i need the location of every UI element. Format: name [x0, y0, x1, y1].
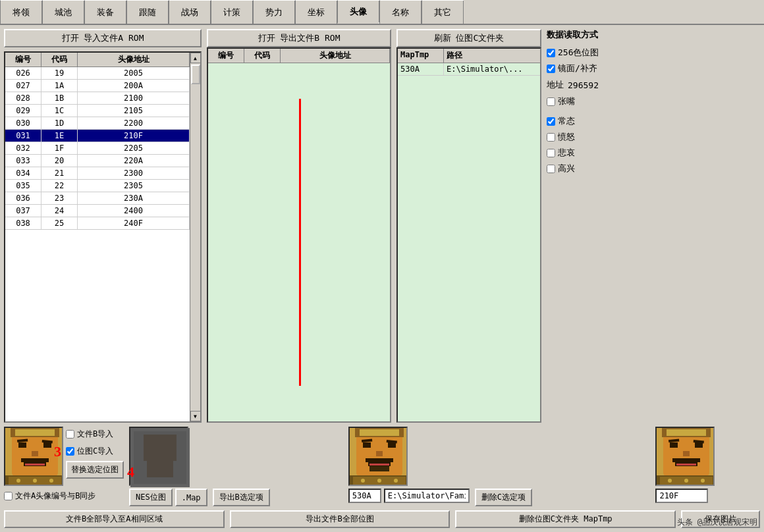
svg-point-15: [33, 479, 37, 483]
sprite-c-inputs: [655, 489, 715, 503]
map-cell-path: E:\Simulator\...: [444, 63, 540, 75]
table-a-header: 编号 代码 头像地址: [5, 53, 190, 67]
checkbox-sad-input[interactable]: [547, 149, 555, 157]
input-210f[interactable]: [655, 489, 708, 503]
export-b-selected-button[interactable]: 导出B选定项: [213, 489, 270, 506]
tab-chengchi[interactable]: 城池: [42, 0, 84, 24]
cell-addr: 2205: [78, 142, 190, 154]
cell-addr: 210F: [78, 130, 190, 142]
svg-point-55: [701, 479, 705, 483]
checkbox-file-a-sync-input[interactable]: [4, 492, 13, 500]
svg-rect-24: [388, 442, 396, 448]
table-row[interactable]: 026 19 2005: [5, 67, 190, 80]
export-all-b-button[interactable]: 导出文件B全部位图: [230, 510, 450, 528]
input-530a[interactable]: [348, 489, 381, 503]
checkbox-angry-input[interactable]: [547, 133, 555, 142]
refresh-c-button[interactable]: 刷新 位图C文件夹: [396, 29, 541, 47]
export-b-section: 导出B选定项: [213, 427, 270, 506]
table-row[interactable]: 028 1B 2100: [5, 92, 190, 105]
svg-rect-3: [43, 442, 51, 448]
delete-c-selected-button[interactable]: 删除C选定项: [475, 489, 532, 506]
checkbox-mirror-input[interactable]: [547, 65, 555, 73]
cell-addr: 220A: [78, 155, 190, 167]
open-file-a-button[interactable]: 打开 导入文件A ROM: [4, 29, 202, 47]
checkbox-normal-input[interactable]: [547, 117, 555, 126]
address-label: 地址: [547, 79, 564, 91]
tab-mingcheng[interactable]: 名称: [379, 0, 422, 24]
mid-panel: 打开 导出文件B ROM 编号 代码 头像地址: [207, 29, 391, 423]
tab-gensui[interactable]: 跟随: [126, 0, 169, 24]
table-row[interactable]: 037 24 2400: [5, 205, 190, 217]
replace-bitmap-button[interactable]: 替换选定位图: [66, 461, 124, 479]
input-path-b[interactable]: [384, 489, 470, 503]
tab-zuobiao[interactable]: 坐标: [295, 0, 337, 24]
tab-zhuangbei[interactable]: 装备: [84, 0, 126, 24]
cell-code: 1B: [41, 92, 78, 104]
checkbox-256color: 256色位图: [547, 47, 760, 59]
tab-zhanchang[interactable]: 战场: [169, 0, 211, 24]
checkbox-happy-input[interactable]: [547, 165, 555, 173]
cell-num: 028: [5, 92, 41, 104]
delete-c-folder-button[interactable]: 删除位图C文件夹 MapTmp: [455, 510, 676, 528]
table-row[interactable]: 027 1A 200A: [5, 80, 190, 92]
tab-tuxiang[interactable]: 头像: [337, 0, 379, 24]
table-row[interactable]: 031 1E 210F: [5, 130, 190, 142]
cell-num: 032: [5, 142, 41, 154]
checkbox-zhangzui: 张嘴: [547, 95, 760, 107]
scroll-up-btn[interactable]: ▲: [190, 53, 201, 63]
cell-addr: 2005: [78, 67, 190, 79]
table-row[interactable]: 034 21 2300: [5, 167, 190, 180]
table-row[interactable]: 029 1C 2105: [5, 105, 190, 117]
bottom-section: 2: [4, 427, 760, 506]
nes-bitmap-button[interactable]: NES位图: [129, 489, 173, 506]
address-row: 地址 296592: [547, 79, 760, 91]
cell-num: 026: [5, 67, 41, 79]
table-a-scrollbar[interactable]: ▲ ▼: [190, 53, 200, 421]
map-file-button[interactable]: .Map: [175, 489, 207, 506]
map-table-row[interactable]: 530A E:\Simulator\...: [398, 63, 540, 76]
cell-addr: 230A: [78, 192, 190, 204]
header-num-a: 编号: [5, 53, 41, 66]
header-addr-a: 头像地址: [78, 53, 190, 66]
tab-jice[interactable]: 计策: [211, 0, 253, 24]
scroll-down-btn[interactable]: ▼: [190, 411, 201, 421]
checkbox-sad: 悲哀: [547, 147, 760, 159]
svg-rect-23: [363, 442, 371, 448]
cell-num: 036: [5, 192, 41, 204]
table-row[interactable]: 032 1F 2205: [5, 142, 190, 155]
import-b-to-a-button[interactable]: 文件B全部导入至A相同区域: [4, 510, 225, 528]
table-row[interactable]: 035 22 2305: [5, 180, 190, 192]
table-row[interactable]: 038 25 240F: [5, 217, 190, 230]
header-code-a: 代码: [41, 53, 78, 66]
table-row[interactable]: 030 1D 2200: [5, 117, 190, 130]
cell-num: 037: [5, 205, 41, 217]
svg-rect-20: [147, 461, 173, 477]
tab-jiangling[interactable]: 将领: [0, 0, 42, 24]
cell-code: 21: [41, 167, 78, 179]
checkbox-256color-input[interactable]: [547, 49, 555, 57]
checkbox-file-b-import-input[interactable]: [66, 430, 74, 439]
svg-rect-19: [144, 435, 177, 461]
sprite-b-image: [348, 427, 408, 486]
sprite-b-inputs: [348, 489, 470, 503]
checkbox-file-b-import: 文件B导入: [66, 429, 124, 440]
table-a-scroll[interactable]: 编号 代码 头像地址 026 19 2005 027 1A 200A 028 1…: [5, 53, 190, 421]
table-row[interactable]: 036 23 230A: [5, 192, 190, 205]
table-row[interactable]: 033 20 220A: [5, 155, 190, 167]
tab-qita[interactable]: 其它: [422, 0, 464, 24]
open-file-b-button[interactable]: 打开 导出文件B ROM: [207, 29, 391, 47]
tab-shili[interactable]: 势力: [253, 0, 295, 24]
cell-addr: 2200: [78, 117, 190, 129]
svg-point-35: [361, 479, 365, 483]
checkbox-zhangzui-input[interactable]: [547, 97, 555, 106]
left-panel: 打开 导入文件A ROM 编号 代码 头像地址 026 19 2005 027 …: [4, 29, 202, 423]
cell-num: 031: [5, 130, 41, 142]
scroll-thumb[interactable]: [191, 65, 200, 84]
svg-rect-2: [18, 442, 26, 448]
cell-addr: 2300: [78, 167, 190, 179]
cell-num: 027: [5, 80, 41, 92]
top-navigation: 将领 城池 装备 跟随 战场 计策 势力 坐标 头像 名称 其它: [0, 0, 764, 25]
svg-rect-29: [369, 464, 389, 466]
checkbox-bitmap-c-import-input[interactable]: [66, 447, 74, 456]
table-b-grid: 编号 代码 头像地址: [207, 47, 391, 423]
